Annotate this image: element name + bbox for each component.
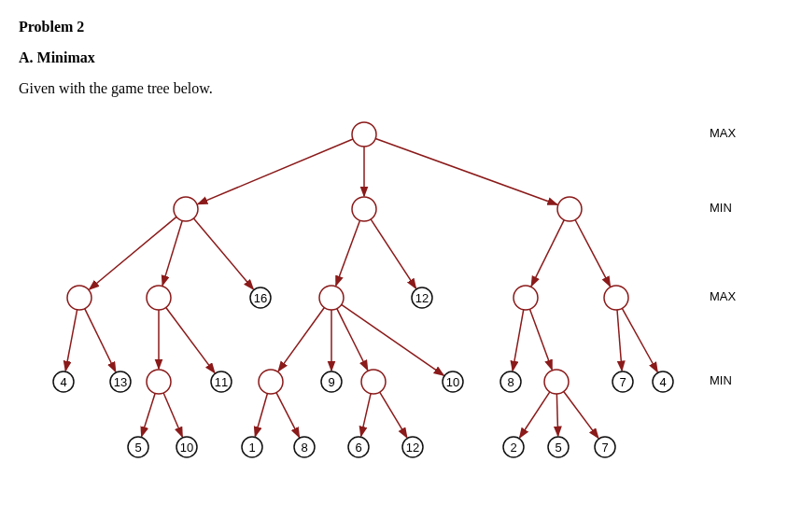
- tree-edge: [276, 393, 300, 438]
- internal-node: [544, 370, 569, 394]
- internal-node: [604, 286, 628, 310]
- level-labels: MAXMINMAXMIN: [710, 126, 737, 387]
- level-label: MIN: [710, 373, 732, 387]
- tree-edge: [163, 393, 182, 437]
- node-value: 2: [510, 441, 516, 455]
- internal-node: [352, 122, 376, 147]
- tree-edge: [198, 139, 353, 204]
- game-tree-diagram: 16124131191087451018612257 MAXMINMAXMIN: [19, 106, 784, 480]
- problem-heading: Problem 2: [19, 19, 783, 35]
- node-value: 1: [248, 441, 255, 455]
- tree-edge: [162, 220, 182, 285]
- tree-edge: [65, 310, 77, 371]
- intro-text: Given with the game tree below.: [19, 80, 783, 97]
- node-value: 12: [415, 291, 429, 305]
- tree-edge: [380, 392, 407, 438]
- internal-node: [147, 286, 171, 310]
- node-value: 12: [406, 441, 419, 455]
- node-value: 13: [114, 375, 127, 389]
- node-value: 5: [134, 441, 141, 455]
- section-heading: A. Minimax: [19, 49, 783, 66]
- tree-edge: [255, 393, 267, 436]
- node-value: 5: [555, 441, 561, 455]
- tree-edge: [375, 138, 557, 204]
- tree-edge: [336, 220, 360, 286]
- internal-node: [352, 197, 376, 221]
- node-value: 4: [60, 375, 66, 389]
- level-label: MAX: [710, 126, 737, 140]
- node-value: 8: [301, 441, 307, 455]
- tree-edge: [513, 310, 524, 371]
- tree-edge: [142, 393, 156, 436]
- tree-edge: [617, 310, 622, 371]
- node-value: 4: [659, 375, 666, 389]
- tree-edge: [90, 217, 176, 289]
- tree-edge: [564, 391, 598, 438]
- node-value: 9: [328, 375, 334, 389]
- tree-edge: [278, 308, 324, 371]
- internal-node: [174, 197, 198, 221]
- tree-edge: [622, 308, 657, 371]
- internal-node: [67, 286, 91, 310]
- tree-edge: [361, 394, 371, 437]
- node-value: 10: [180, 441, 193, 455]
- tree-edge: [529, 309, 552, 370]
- tree-edge: [337, 309, 368, 371]
- node-value: 11: [215, 375, 228, 389]
- node-value: 16: [254, 291, 267, 305]
- tree-edge: [193, 218, 253, 289]
- node-value: 8: [507, 375, 514, 389]
- level-label: MAX: [710, 289, 737, 303]
- tree-edge: [520, 392, 550, 438]
- level-label: MIN: [710, 201, 732, 215]
- internal-node: [319, 286, 344, 310]
- node-value: 10: [446, 375, 459, 389]
- node-value: 6: [355, 441, 361, 455]
- tree-edge: [85, 309, 116, 372]
- node-value: 7: [601, 441, 608, 455]
- internal-node: [259, 370, 283, 394]
- tree-edge: [371, 219, 415, 288]
- internal-node: [557, 197, 582, 221]
- tree-edge: [342, 304, 443, 375]
- internal-node: [361, 370, 386, 394]
- tree-nodes: 16124131191087451018612257: [53, 122, 673, 457]
- internal-node: [147, 370, 171, 394]
- internal-node: [514, 286, 538, 310]
- node-value: 7: [619, 375, 626, 389]
- tree-edge: [556, 394, 557, 436]
- tree-edge: [166, 307, 215, 372]
- tree-edge: [575, 220, 610, 287]
- tree-edge: [531, 220, 564, 287]
